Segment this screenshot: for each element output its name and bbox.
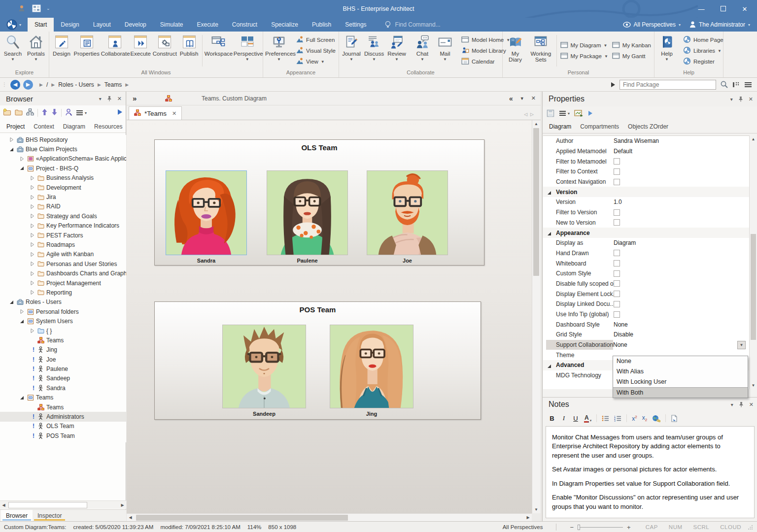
register-button[interactable]: Register — [683, 57, 723, 66]
pin-icon[interactable] — [739, 401, 744, 407]
avatar-joe[interactable] — [367, 170, 448, 255]
play-icon[interactable] — [611, 82, 616, 88]
tree-item-personas-and-user-stories[interactable]: Personas and User Stories — [0, 259, 126, 268]
ribbon-tab-design[interactable]: Design — [54, 18, 86, 32]
close-icon[interactable]: ✕ — [117, 96, 122, 102]
bold-button[interactable]: B — [549, 415, 555, 422]
property-row-whiteboard[interactable]: Whiteboard — [543, 258, 749, 268]
tree-item-project-bhs-q[interactable]: Project - BHS-Q — [0, 164, 126, 173]
browser-tab-diagram[interactable]: Diagram — [59, 120, 90, 133]
avatar-sandra[interactable] — [166, 170, 247, 255]
collapsed-icon[interactable] — [29, 204, 35, 209]
panel-menu-icon[interactable]: ▾ — [730, 97, 733, 102]
tree-item-blue-claim-projects[interactable]: Blue Claim Projects — [0, 144, 126, 154]
chat-button[interactable]: Chat▼ — [411, 33, 434, 68]
new-diagram-icon[interactable] — [26, 108, 34, 117]
actor-joe[interactable]: Joe — [367, 170, 448, 264]
layout-dots-icon[interactable] — [732, 81, 740, 88]
close-document-icon[interactable]: ✕ — [531, 95, 536, 101]
my-kanban-button[interactable]: My Kanban — [612, 41, 651, 50]
expanded-icon[interactable] — [8, 147, 15, 152]
collapsed-icon[interactable] — [18, 309, 25, 314]
construct-button[interactable]: Construct — [152, 33, 177, 68]
tree-item-teams[interactable]: Teams — [0, 393, 126, 402]
save-icon[interactable] — [547, 109, 554, 117]
property-row-author[interactable]: AuthorSandra Wiseman — [543, 136, 749, 146]
tree-item-business-analysis[interactable]: Business Analysis — [0, 173, 126, 183]
collapsed-icon[interactable] — [29, 242, 35, 247]
zoom-out-button[interactable]: − — [566, 524, 578, 531]
tree-item-roles-users[interactable]: Roles - Users — [0, 298, 126, 307]
zoom-in-button[interactable]: + — [623, 524, 635, 531]
help-button[interactable]: Help▼ — [655, 33, 678, 68]
checkbox[interactable] — [614, 219, 620, 226]
scrollbar-thumb[interactable] — [136, 515, 348, 521]
actor-sandeep[interactable]: Sandeep — [222, 325, 306, 417]
checkbox[interactable] — [614, 168, 620, 175]
tab-teams[interactable]: *Teams ✕ — [129, 106, 182, 120]
portals-button[interactable]: Portals▼ — [25, 33, 47, 68]
property-row-filter-to-version[interactable]: Filter to Version — [543, 207, 749, 218]
scrollbar-thumb[interactable] — [533, 128, 539, 276]
expanded-icon[interactable] — [547, 190, 551, 197]
status-toggle-num[interactable]: NUM — [669, 524, 683, 530]
libraries-button[interactable]: Libraries▼ — [683, 46, 723, 56]
perspectives-menu[interactable]: All Perspectives▾ — [623, 21, 681, 28]
tree-item-raid[interactable]: RAID — [0, 202, 126, 211]
play-icon[interactable] — [588, 110, 593, 116]
diagram-horizontal-scrollbar[interactable]: ◀ ▶ — [127, 513, 532, 521]
play-icon[interactable] — [117, 109, 123, 117]
scroll-up-icon[interactable]: ▲ — [750, 135, 757, 141]
tree-item-development[interactable]: Development — [0, 183, 126, 192]
browser-tab-project[interactable]: Project — [2, 120, 29, 133]
view-button[interactable]: View▼ — [296, 57, 336, 66]
collapsed-icon[interactable] — [8, 137, 15, 142]
property-section-appearance[interactable]: Appearance — [543, 228, 749, 238]
panel-menu-icon[interactable]: ▾ — [731, 402, 733, 407]
status-toggle-scrl[interactable]: SCRL — [693, 524, 710, 530]
move-down-icon[interactable] — [51, 108, 58, 117]
workspace-button[interactable]: Workspace — [204, 33, 233, 68]
find-user-icon[interactable] — [65, 108, 72, 118]
ribbon-tab-develop[interactable]: Develop — [118, 18, 153, 32]
property-row-support-collaboration[interactable]: Support CollaborationNone▼ — [543, 340, 749, 350]
tree-item-strategy-and-goals[interactable]: Strategy and Goals — [0, 211, 126, 221]
property-value[interactable]: Default — [614, 148, 632, 155]
zoom-slider-handle[interactable] — [578, 525, 580, 530]
full-screen-button[interactable]: Full Screen — [296, 35, 336, 45]
tree-item-ols-team[interactable]: ! OLS Team — [0, 422, 126, 431]
property-row-new-to-version[interactable]: New to Version — [543, 218, 749, 228]
superscript-button[interactable]: x2 — [632, 415, 637, 422]
property-value[interactable]: Diagram — [614, 239, 636, 246]
property-row-filter-to-context[interactable]: Filter to Context — [543, 166, 749, 177]
collapsed-icon[interactable] — [29, 185, 35, 190]
my-gantt-button[interactable]: My Gantt — [612, 52, 651, 61]
menu-icon[interactable]: ▾ — [559, 110, 570, 116]
ribbon-tab-settings[interactable]: Settings — [338, 18, 373, 32]
checkbox[interactable] — [614, 209, 620, 216]
panel-menu-icon[interactable]: ▾ — [99, 96, 102, 101]
checkbox[interactable] — [614, 301, 620, 307]
diagram-canvas[interactable]: OLS Team Sandra Paulene JoePOS Team — [127, 120, 532, 513]
property-row-version[interactable]: Version1.0 — [543, 197, 749, 207]
property-row-display-element-lock-[interactable]: Display Element Lock... — [543, 289, 749, 299]
ribbon-tab-specialize[interactable]: Specialize — [264, 18, 305, 32]
property-value[interactable]: None — [613, 341, 627, 348]
scroll-down-icon[interactable]: ▼ — [750, 383, 757, 388]
tree-item-bhs-repository[interactable]: BHS Repository — [0, 135, 126, 144]
user-menu[interactable]: The Administrator▾ — [689, 21, 750, 28]
browser-tab-resources[interactable]: Resources — [90, 120, 127, 133]
journal-button[interactable]: Journal▼ — [340, 33, 363, 68]
collapsed-icon[interactable] — [18, 157, 25, 161]
breadcrumb-item[interactable]: / — [46, 81, 48, 88]
ribbon-tab-execute[interactable]: Execute — [190, 18, 225, 32]
checkbox[interactable] — [614, 311, 620, 318]
checkbox[interactable] — [614, 291, 620, 297]
resize-grip[interactable] — [748, 525, 753, 530]
expanded-icon[interactable] — [547, 363, 551, 370]
collapsed-icon[interactable] — [29, 214, 35, 218]
tree-item-jira[interactable]: Jira — [0, 192, 126, 201]
property-row-dashboard-style[interactable]: Dashboard StyleNone — [543, 319, 749, 330]
tree-item--[interactable]: { } — [0, 326, 126, 335]
property-row-grid-style[interactable]: Grid StyleDisable — [543, 330, 749, 340]
